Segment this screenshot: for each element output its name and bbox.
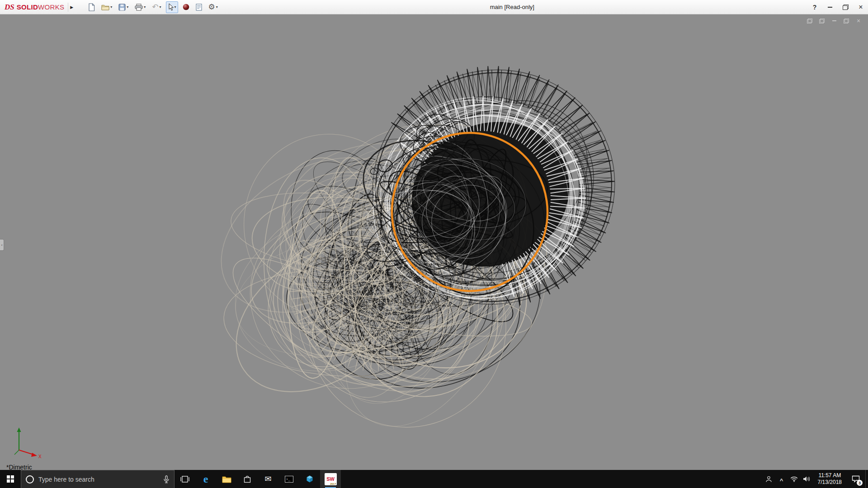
people-button[interactable] <box>763 470 775 488</box>
open-folder-icon <box>101 4 109 10</box>
action-center-button[interactable]: 3 <box>846 470 865 488</box>
file-explorer-icon <box>222 475 231 483</box>
save-dropdown-caret[interactable]: ▾ <box>127 5 128 9</box>
mail-button[interactable]: ✉ <box>258 470 278 488</box>
select-tool-button[interactable]: ▾ <box>166 1 178 13</box>
show-desktop-button[interactable] <box>865 470 868 488</box>
system-tray: ^ 11:57 AM 7/13/2018 3 <box>763 470 868 488</box>
microphone-icon[interactable] <box>163 475 170 483</box>
store-button[interactable] <box>237 470 258 488</box>
tray-overflow-button[interactable]: ^ <box>775 470 788 488</box>
document-window-controls: × <box>807 17 862 24</box>
print-button[interactable]: ▾ <box>133 1 147 13</box>
gear-icon: ⚙ <box>208 3 215 11</box>
dassault-logo-icon: DS <box>5 3 14 11</box>
doc-close-button[interactable]: × <box>855 17 862 24</box>
doc-minimize-icon <box>832 20 836 21</box>
window-controls: ? × <box>811 0 864 14</box>
store-bag-icon <box>243 475 251 483</box>
doc-minimize-button[interactable] <box>831 17 837 24</box>
doc-cascade-button[interactable] <box>819 17 825 24</box>
doc-close-icon: × <box>857 18 860 24</box>
tray-date: 7/13/2018 <box>818 479 842 486</box>
select-dropdown-caret[interactable]: ▾ <box>175 5 176 9</box>
minimize-button[interactable] <box>826 3 834 12</box>
network-button[interactable] <box>788 470 801 488</box>
speaker-icon <box>803 476 811 482</box>
3d-cube-icon <box>306 475 314 483</box>
doc-new-window-button[interactable] <box>807 17 813 24</box>
3d-app-button[interactable] <box>299 470 320 488</box>
document-title: main [Read-only] <box>490 4 534 10</box>
view-orientation-label: *Dimetric <box>6 464 32 470</box>
taskbar-search[interactable] <box>21 470 175 488</box>
task-view-button[interactable] <box>175 470 195 488</box>
properties-form-icon <box>196 4 202 11</box>
options-button[interactable]: ⚙ ▾ <box>207 1 220 13</box>
toolbar-flyout-button[interactable]: ▶ <box>68 3 75 12</box>
open-button[interactable]: ▾ <box>99 1 114 13</box>
print-dropdown-caret[interactable]: ▾ <box>144 5 146 9</box>
edge-icon: e <box>203 474 208 484</box>
solidworks-taskbar-button[interactable]: SW 2017 <box>320 470 341 488</box>
titlebar: DS SOLIDWORKS ▶ ▾ ▾ ▾ ↶ ▾ <box>0 0 868 14</box>
open-dropdown-caret[interactable]: ▾ <box>110 5 112 9</box>
restore-button[interactable] <box>842 3 849 12</box>
solidworks-app-icon: SW 2017 <box>325 473 337 485</box>
engine-wireframe <box>0 14 868 470</box>
restore-icon <box>843 5 849 10</box>
cortana-icon <box>26 475 34 483</box>
new-document-button[interactable] <box>86 1 97 13</box>
help-button[interactable]: ? <box>811 3 818 12</box>
print-icon <box>135 4 143 11</box>
undo-icon: ↶ <box>152 3 158 11</box>
chevron-up-icon: ^ <box>780 477 783 484</box>
edge-button[interactable]: e <box>195 470 216 488</box>
volume-button[interactable] <box>801 470 813 488</box>
notification-badge: 3 <box>857 480 863 486</box>
task-view-icon <box>180 476 189 483</box>
solidworks-wordmark: SOLIDWORKS <box>17 3 65 11</box>
cascade-icon <box>819 19 825 23</box>
new-document-icon <box>88 3 95 11</box>
person-icon <box>765 476 772 483</box>
minimize-icon <box>828 7 832 8</box>
select-arrow-icon <box>168 3 174 11</box>
solidworks-logo: DS SOLIDWORKS <box>0 3 68 11</box>
undo-dropdown-caret[interactable]: ▾ <box>160 5 161 9</box>
command-prompt-button[interactable]: ›_ <box>278 470 299 488</box>
mail-icon: ✉ <box>264 475 271 483</box>
doc-restore-icon <box>844 19 849 23</box>
doc-restore-button[interactable] <box>843 17 849 24</box>
save-button[interactable]: ▾ <box>117 1 130 13</box>
file-explorer-button[interactable] <box>216 470 237 488</box>
tray-time: 11:57 AM <box>818 472 841 479</box>
close-icon: × <box>859 4 863 11</box>
graphics-area[interactable]: × ‹ X *Dimetric <box>0 14 868 470</box>
svg-text:X: X <box>38 454 42 459</box>
options-dropdown-caret[interactable]: ▾ <box>216 5 218 9</box>
save-floppy-icon <box>118 4 126 11</box>
new-window-icon <box>807 19 812 23</box>
taskbar: e ✉ ›_ SW 2017 <box>0 470 868 488</box>
command-prompt-icon: ›_ <box>285 476 293 483</box>
red-sphere-icon <box>183 4 189 10</box>
wifi-icon <box>790 476 798 482</box>
windows-logo-icon <box>7 475 14 483</box>
search-input[interactable] <box>38 476 159 483</box>
orientation-triad: X <box>10 425 42 463</box>
undo-button[interactable]: ↶ ▾ <box>150 1 163 13</box>
start-button[interactable] <box>0 470 21 488</box>
close-button[interactable]: × <box>857 3 864 12</box>
panel-collapse-tab[interactable]: ‹ <box>0 239 4 251</box>
properties-button[interactable] <box>194 1 204 13</box>
appearance-sphere-button[interactable] <box>181 1 191 13</box>
clock[interactable]: 11:57 AM 7/13/2018 <box>813 470 846 488</box>
